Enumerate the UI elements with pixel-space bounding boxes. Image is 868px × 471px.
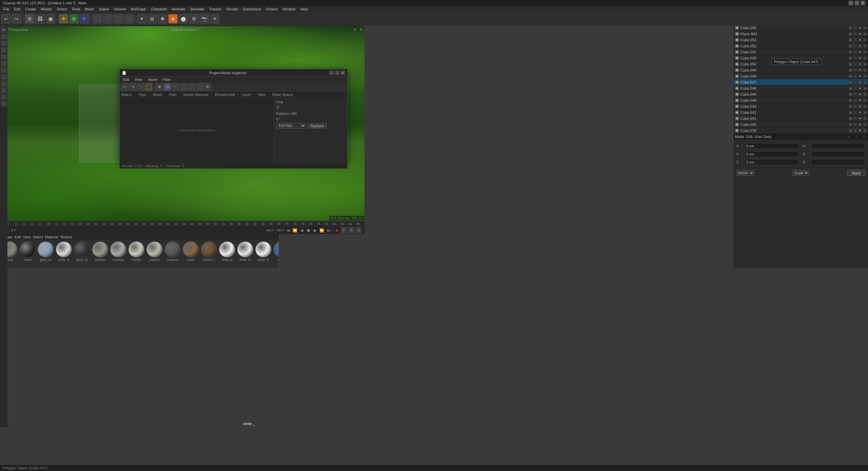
h-rot-input[interactable]: [811, 143, 865, 149]
attr-userdata-label[interactable]: User Data: [755, 135, 772, 139]
col-type[interactable]: Type: [138, 93, 146, 97]
record-rot[interactable]: R: [348, 227, 354, 233]
ai-list-btn[interactable]: ⊡: [163, 83, 171, 91]
tag-icon[interactable]: ■: [858, 110, 862, 114]
layer-icon[interactable]: ◈: [863, 68, 867, 72]
menu-animate[interactable]: Animate: [169, 6, 187, 12]
object-row[interactable]: ▣ Plane.004 ◉ ✕ ■ ◈: [734, 31, 868, 37]
tool14[interactable]: ⬛: [1, 94, 7, 100]
tag-icon[interactable]: ■: [858, 26, 862, 30]
tool6[interactable]: ⬛: [1, 40, 7, 46]
col-path[interactable]: Path: [169, 93, 177, 97]
lock-icon[interactable]: ✕: [853, 98, 857, 102]
menu-edit[interactable]: Edit: [12, 6, 23, 12]
layer-icon[interactable]: ◈: [863, 38, 867, 42]
snap-btn[interactable]: ✦: [137, 14, 147, 24]
menu-select[interactable]: Select: [55, 6, 69, 12]
record-button[interactable]: ⏺: [334, 228, 340, 233]
col-take[interactable]: Take: [258, 93, 266, 97]
layer-icon[interactable]: ◈: [863, 50, 867, 54]
menu-volume[interactable]: Volume: [112, 6, 128, 12]
object-row[interactable]: ▣ Cube.040 ◉ ✕ ■ ◈: [734, 122, 868, 128]
tag-icon[interactable]: ■: [858, 44, 862, 48]
col-layer[interactable]: Layer: [242, 93, 251, 97]
layer-icon[interactable]: ◈: [863, 74, 867, 78]
goto-start-button[interactable]: ⏮: [285, 228, 291, 233]
object-row[interactable]: ▣ Cube.049 ◉ ✕ ■ ◈: [734, 67, 868, 73]
scale-tool[interactable]: ⊞: [69, 14, 79, 24]
ai-back-btn[interactable]: ↩: [121, 83, 128, 91]
tag-icon[interactable]: ■: [858, 68, 862, 72]
menu-simulate[interactable]: Simulate: [188, 6, 207, 12]
ai-sort-btn[interactable]: ⬛: [172, 83, 179, 91]
object-row[interactable]: ▣ Cube.046 ◉ ✕ ■ ◈: [734, 85, 868, 91]
tag-icon[interactable]: ■: [858, 123, 862, 127]
layer-icon[interactable]: ◈: [863, 92, 867, 96]
material-item[interactable]: white_lo: [219, 241, 235, 262]
x-pos-input[interactable]: [744, 143, 799, 149]
menu-file[interactable]: File: [1, 6, 11, 12]
dialog-close[interactable]: ✕: [341, 70, 345, 75]
menu-extensions[interactable]: Extensions: [241, 6, 263, 12]
material-item[interactable]: wood: [183, 241, 199, 262]
mat-menu-view[interactable]: View: [23, 235, 31, 239]
mat-menu-select[interactable]: Select: [33, 235, 43, 239]
coord-system-dropdown[interactable]: World Object: [736, 170, 754, 176]
tag-icon[interactable]: ■: [858, 74, 862, 78]
object-row[interactable]: ▣ Cube.053 ◉ ✕ ■ ◈: [734, 37, 868, 43]
rotate-tool[interactable]: ↻: [80, 14, 89, 24]
play-back-button[interactable]: ◀: [299, 228, 304, 233]
layer-icon[interactable]: ◈: [863, 123, 867, 127]
tag-icon[interactable]: ■: [858, 38, 862, 42]
menu-create[interactable]: Create: [23, 6, 38, 12]
visibility-icon[interactable]: ◉: [848, 110, 852, 114]
object-row[interactable]: ▣ Cube.042 ◉ ✕ ■ ◈: [734, 109, 868, 115]
edge-mode[interactable]: ⬛: [114, 14, 123, 24]
lock-icon[interactable]: ✕: [853, 104, 857, 108]
y-pos-input[interactable]: [744, 151, 799, 157]
visibility-icon[interactable]: ◉: [848, 80, 852, 84]
menu-character[interactable]: Character: [149, 6, 169, 12]
camera-btn[interactable]: 📷: [199, 14, 209, 24]
object-row[interactable]: ▣ Cube.035 ◉ ✕ ■ ◈: [734, 128, 868, 133]
menu-mesh[interactable]: Mesh: [83, 6, 96, 12]
menu-spline[interactable]: Spline: [97, 6, 111, 12]
visibility-icon[interactable]: ◉: [848, 32, 852, 36]
settings-btn[interactable]: ⚙: [189, 14, 198, 24]
move-tool[interactable]: ✛: [59, 14, 68, 24]
lock-icon[interactable]: ✕: [853, 92, 857, 96]
lock-icon[interactable]: ✕: [853, 68, 857, 72]
axis-btn[interactable]: ✚: [158, 14, 167, 24]
fullscreen-button[interactable]: ⊞: [352, 27, 358, 32]
material-item[interactable]: marble: [128, 241, 145, 262]
layer-icon[interactable]: ◈: [863, 110, 867, 114]
layer-icon[interactable]: ◈: [863, 44, 867, 48]
scale-dropdown[interactable]: Scale: [793, 170, 809, 176]
tag-icon[interactable]: ■: [858, 116, 862, 121]
col-breadcrumb[interactable]: Breadcrumb: [215, 93, 235, 97]
layer-icon[interactable]: ◈: [863, 56, 867, 60]
object-row[interactable]: ▣ Cube.041 ◉ ✕ ■ ◈: [734, 115, 868, 122]
visibility-icon[interactable]: ◉: [848, 44, 852, 48]
stop-button[interactable]: ⏹: [306, 228, 311, 233]
material-item[interactable]: water: [273, 241, 279, 262]
lock-icon[interactable]: ✕: [853, 26, 857, 30]
visibility-icon[interactable]: ◉: [848, 26, 852, 30]
object-row[interactable]: ▣ Cube.052 ◉ ✕ ■ ◈: [734, 43, 868, 49]
menu-tracker[interactable]: Tracker: [207, 6, 224, 12]
mat-menu-edit[interactable]: Edit: [14, 235, 21, 239]
menu-octane[interactable]: Octane: [264, 6, 279, 12]
ai-tool4[interactable]: ⬛: [145, 83, 153, 91]
material-item[interactable]: metal: [20, 241, 36, 262]
menu-modes[interactable]: Modes: [39, 6, 54, 12]
visibility-icon[interactable]: ◉: [848, 56, 852, 60]
visibility-icon[interactable]: ◉: [848, 50, 852, 54]
color-btn[interactable]: ■: [168, 14, 178, 24]
dialog-maximize[interactable]: □: [335, 70, 340, 75]
material-item[interactable]: black_al: [74, 241, 90, 262]
close-button[interactable]: ✕: [861, 1, 865, 5]
lock-icon[interactable]: ✕: [853, 80, 857, 84]
tag-icon[interactable]: ■: [858, 62, 862, 66]
dialog-menu-view[interactable]: View: [133, 77, 145, 81]
visibility-icon[interactable]: ◉: [848, 74, 852, 78]
